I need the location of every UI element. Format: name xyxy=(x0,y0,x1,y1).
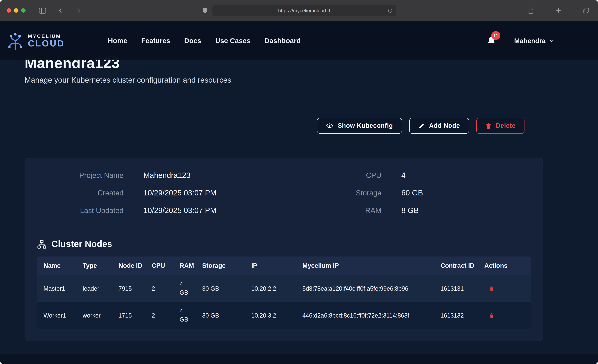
cell-actions xyxy=(480,275,531,302)
col-actions: Actions xyxy=(480,256,531,275)
trash-icon xyxy=(489,286,494,292)
cluster-actions: Show Kubeconfig Add Node Delete xyxy=(25,118,543,134)
col-name: Name xyxy=(37,256,78,275)
col-mycelium-ip: Mycelium IP xyxy=(298,256,436,275)
page-content: Mahendra123 Manage your Kubernetes clust… xyxy=(0,55,598,354)
project-name-value: Mahendra123 xyxy=(143,170,191,180)
browser-window: https://myceliumcloud.tf xyxy=(0,0,598,364)
show-kubeconfig-button[interactable]: Show Kubeconfig xyxy=(317,118,402,134)
zoom-window-button[interactable] xyxy=(21,8,25,13)
ram-label: RAM xyxy=(284,206,382,216)
cell-storage: 30 GB xyxy=(198,302,247,329)
cpu-label: CPU xyxy=(284,171,382,181)
nodes-table: Name Type Node ID CPU RAM Storage IP Myc… xyxy=(37,256,531,329)
eye-icon xyxy=(326,122,333,129)
chevron-down-icon xyxy=(549,38,554,43)
reload-icon[interactable] xyxy=(388,8,393,13)
last-updated-label: Last Updated xyxy=(37,206,124,216)
col-node-id: Node ID xyxy=(114,256,147,275)
minimize-window-button[interactable] xyxy=(14,8,18,13)
new-tab-icon[interactable] xyxy=(554,6,563,15)
col-type: Type xyxy=(78,256,114,275)
page-footer xyxy=(0,354,598,364)
browser-chrome: https://myceliumcloud.tf xyxy=(0,0,598,21)
app-viewport: MYCELIUM CLOUD Home Features Docs Use Ca… xyxy=(0,21,598,364)
storage-value: 60 GB xyxy=(401,188,423,198)
cell-node-id: 7915 xyxy=(114,275,147,302)
nav-item-home[interactable]: Home xyxy=(108,37,127,45)
cpu-value: 4 xyxy=(401,170,406,180)
cell-actions xyxy=(480,302,531,329)
summary-right-column: CPU 4 Storage 60 GB RAM 8 GB xyxy=(284,170,531,223)
cell-mycelium-ip: 5d8:78ea:a120:f40c:ff0f:a5fe:99e6:8b96 xyxy=(298,275,436,302)
created-value: 10/29/2025 03:07 PM xyxy=(143,188,216,198)
mycelium-logo-icon xyxy=(6,32,25,50)
window-controls xyxy=(7,8,25,13)
ram-value: 8 GB xyxy=(401,205,419,215)
notifications-button[interactable]: 11 xyxy=(487,36,496,45)
trash-icon xyxy=(485,122,491,129)
pencil-icon xyxy=(418,123,425,129)
nodes-hierarchy-icon xyxy=(37,239,47,249)
cell-type: worker xyxy=(78,302,114,329)
site-navbar: MYCELIUM CLOUD Home Features Docs Use Ca… xyxy=(0,21,598,60)
user-name: Mahendra xyxy=(514,37,546,45)
cell-name: Master1 xyxy=(37,275,78,302)
logo[interactable]: MYCELIUM CLOUD xyxy=(6,32,65,50)
show-kubeconfig-label: Show Kubeconfig xyxy=(338,122,393,129)
nav-item-dashboard[interactable]: Dashboard xyxy=(264,37,301,45)
last-updated-value: 10/29/2025 03:07 PM xyxy=(143,205,216,215)
cell-ram: 4 GB xyxy=(175,275,198,302)
table-header-row: Name Type Node ID CPU RAM Storage IP Myc… xyxy=(37,256,531,275)
privacy-shield-icon[interactable] xyxy=(202,7,208,14)
page-subtitle: Manage your Kubernetes cluster configura… xyxy=(25,76,598,85)
delete-cluster-button[interactable]: Delete xyxy=(476,118,524,134)
project-name-label: Project Name xyxy=(37,171,124,181)
cell-ip: 10.20.2.2 xyxy=(247,275,298,302)
col-contract-id: Contract ID xyxy=(436,256,480,275)
summary-left-column: Project Name Mahendra123 Created 10/29/2… xyxy=(37,170,284,223)
address-bar[interactable]: https://myceliumcloud.tf xyxy=(212,5,396,16)
col-ram: RAM xyxy=(175,256,198,275)
add-node-label: Add Node xyxy=(429,122,460,129)
delete-node-button[interactable] xyxy=(484,286,494,292)
user-menu[interactable]: Mahendra xyxy=(514,37,554,45)
notification-count-badge: 11 xyxy=(491,31,500,40)
col-cpu: CPU xyxy=(147,256,175,275)
nav-item-docs[interactable]: Docs xyxy=(184,37,201,45)
share-icon[interactable] xyxy=(526,6,535,15)
tab-overview-icon[interactable] xyxy=(581,6,591,15)
cell-contract-id: 1613131 xyxy=(436,275,480,302)
back-button[interactable] xyxy=(56,6,65,15)
logo-text: MYCELIUM CLOUD xyxy=(28,33,65,48)
nav-item-use-cases[interactable]: Use Cases xyxy=(215,37,251,45)
delete-node-button[interactable] xyxy=(484,313,494,319)
cell-node-id: 1715 xyxy=(114,302,147,329)
cell-name: Worker1 xyxy=(37,302,78,329)
cluster-nodes-title: Cluster Nodes xyxy=(51,239,112,249)
col-storage: Storage xyxy=(198,256,247,275)
close-window-button[interactable] xyxy=(7,8,11,13)
cluster-nodes-header: Cluster Nodes xyxy=(37,239,531,249)
cluster-details-card: Project Name Mahendra123 Created 10/29/2… xyxy=(25,158,543,341)
nav-item-features[interactable]: Features xyxy=(141,37,170,45)
sidebar-toggle-icon[interactable] xyxy=(38,6,48,15)
navbar-right: 11 Mahendra xyxy=(487,36,598,45)
cell-type: leader xyxy=(78,275,114,302)
logo-line1: MYCELIUM xyxy=(28,33,65,39)
trash-icon xyxy=(489,313,494,319)
forward-button[interactable] xyxy=(74,6,83,15)
cell-mycelium-ip: 446:d2a6:8bcd:8c16:ff0f:72e2:3114:863f xyxy=(298,302,436,329)
delete-label: Delete xyxy=(496,122,515,129)
chrome-right-buttons xyxy=(526,6,591,15)
url-text: https://myceliumcloud.tf xyxy=(278,8,330,13)
col-ip: IP xyxy=(247,256,298,275)
cell-cpu: 2 xyxy=(147,302,175,329)
logo-line2: CLOUD xyxy=(28,39,65,48)
cell-ip: 10.20.3.2 xyxy=(247,302,298,329)
add-node-button[interactable]: Add Node xyxy=(409,118,469,134)
cell-cpu: 2 xyxy=(147,275,175,302)
cell-contract-id: 1613132 xyxy=(436,302,480,329)
cluster-summary: Project Name Mahendra123 Created 10/29/2… xyxy=(37,170,531,223)
main-menu: Home Features Docs Use Cases Dashboard xyxy=(108,37,301,45)
